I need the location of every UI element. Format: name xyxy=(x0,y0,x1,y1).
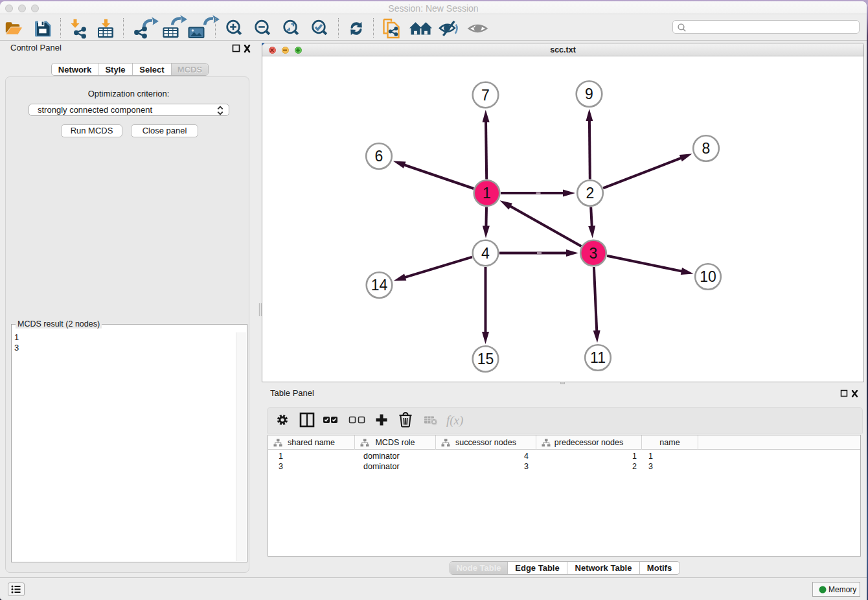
svg-text:6: 6 xyxy=(375,148,383,165)
svg-text:3: 3 xyxy=(589,245,598,262)
svg-text:4: 4 xyxy=(481,245,490,262)
svg-text:1: 1 xyxy=(483,185,491,202)
svg-text:9: 9 xyxy=(585,86,593,102)
svg-text:8: 8 xyxy=(702,140,711,157)
svg-text:11: 11 xyxy=(590,349,606,366)
svg-text:15: 15 xyxy=(477,351,494,367)
svg-text:7: 7 xyxy=(481,87,490,104)
svg-text:f(x): f(x) xyxy=(446,413,463,428)
svg-text:14: 14 xyxy=(371,277,388,294)
svg-text:2: 2 xyxy=(586,185,595,202)
svg-text:10: 10 xyxy=(700,268,716,285)
